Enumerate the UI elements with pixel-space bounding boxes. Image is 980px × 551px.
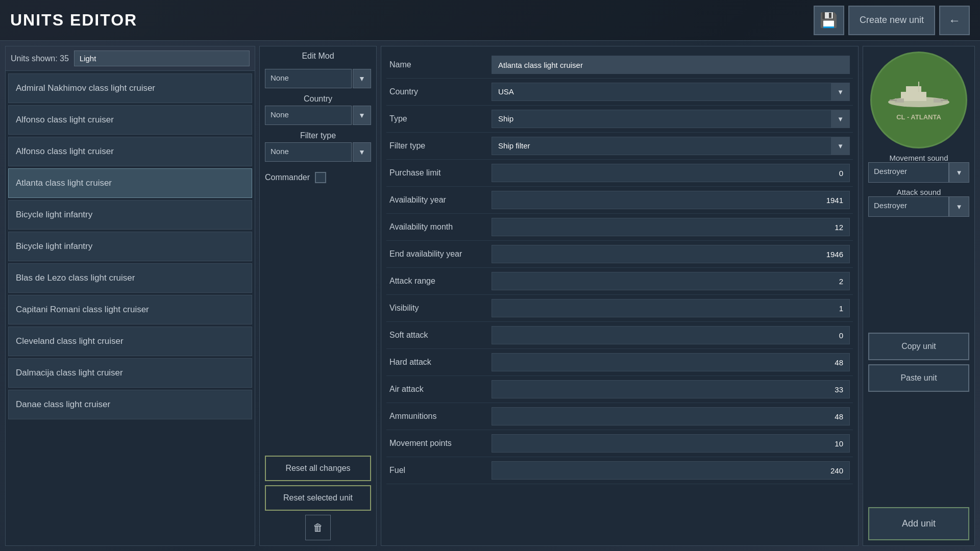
- movement-sound-section: Movement sound Destroyer ▼: [868, 154, 969, 183]
- movement-points-row: Movement points 10: [386, 430, 853, 457]
- air-attack-value[interactable]: 33: [492, 380, 850, 398]
- end-availability-year-row: End availability year 1946: [386, 241, 853, 268]
- save-button[interactable]: 💾: [814, 6, 844, 35]
- country-label: Country: [265, 94, 371, 104]
- ammunitions-row: Ammunitions 48: [386, 403, 853, 430]
- availability-month-value[interactable]: 12: [492, 218, 850, 236]
- commander-label: Commander: [265, 173, 310, 182]
- list-item[interactable]: Blas de Lezo class light cruiser: [8, 263, 252, 293]
- movement-points-value[interactable]: 10: [492, 434, 850, 453]
- details-panel: Name Atlanta class light cruiser Country…: [381, 46, 859, 546]
- back-button[interactable]: ←: [939, 6, 970, 35]
- paste-unit-button[interactable]: Paste unit: [868, 364, 969, 392]
- filter-type-detail-dropdown-button[interactable]: ▼: [831, 137, 850, 155]
- unit-preview-panel: CL - ATLANTA Movement sound Destroyer ▼ …: [863, 46, 975, 546]
- list-item[interactable]: Atlanta class light cruiser: [8, 168, 252, 198]
- create-unit-button[interactable]: Create new unit: [848, 6, 935, 35]
- add-unit-button[interactable]: Add unit: [868, 507, 969, 540]
- svg-rect-7: [941, 99, 948, 101]
- hard-attack-label: Hard attack: [389, 358, 492, 367]
- mod-dropdown-row: None ▼: [265, 69, 371, 88]
- movement-sound-dropdown-button[interactable]: ▼: [949, 162, 969, 183]
- list-item[interactable]: Cleveland class light cruiser: [8, 327, 252, 356]
- availability-year-value[interactable]: 1941: [492, 191, 850, 209]
- commander-checkbox[interactable]: [315, 172, 326, 183]
- purchase-limit-value[interactable]: 0: [492, 164, 850, 182]
- mod-dropdown-value: None: [265, 69, 352, 88]
- type-row: Type Ship ▼: [386, 106, 853, 133]
- mod-dropdown-container: None ▼: [265, 69, 371, 88]
- end-availability-year-value[interactable]: 1946: [492, 245, 850, 263]
- type-value: Ship: [492, 110, 831, 128]
- save-icon: 💾: [820, 12, 838, 29]
- attack-sound-value: Destroyer: [868, 196, 949, 217]
- filter-type-section: Filter type None ▼: [265, 131, 371, 162]
- country-dropdown-button[interactable]: ▼: [353, 106, 371, 125]
- list-item[interactable]: Bicycle light infantry: [8, 232, 252, 261]
- availability-month-label: Availability month: [389, 222, 492, 232]
- commander-row: Commander: [265, 168, 371, 187]
- country-detail-value: USA: [492, 83, 831, 101]
- reset-selected-button[interactable]: Reset selected unit: [265, 485, 371, 511]
- filter-type-dropdown-row: None ▼: [265, 142, 371, 162]
- unit-list-panel: Units shown: 35 Admiral Nakhimov class l…: [5, 46, 255, 546]
- mod-dropdown-button[interactable]: ▼: [353, 69, 371, 88]
- app-title: UNITS EDITOR: [10, 11, 137, 30]
- country-section: Country None ▼: [265, 94, 371, 125]
- filter-type-dropdown-value: None: [265, 142, 352, 162]
- filter-type-detail-label: Filter type: [389, 141, 492, 151]
- type-dropdown: Ship ▼: [492, 110, 850, 128]
- list-item[interactable]: Capitani Romani class light cruiser: [8, 295, 252, 324]
- availability-year-row: Availability year 1941: [386, 187, 853, 214]
- movement-points-label: Movement points: [389, 439, 492, 448]
- reset-all-button[interactable]: Reset all changes: [265, 456, 371, 481]
- availability-year-label: Availability year: [389, 195, 492, 205]
- filter-type-label: Filter type: [265, 131, 371, 140]
- attack-sound-section: Attack sound Destroyer ▼: [868, 188, 969, 217]
- name-label: Name: [389, 60, 492, 69]
- fuel-value[interactable]: 240: [492, 461, 850, 480]
- delete-button[interactable]: 🗑: [305, 515, 331, 540]
- list-item[interactable]: Alfonso class light cruiser: [8, 137, 252, 166]
- ammunitions-value[interactable]: 48: [492, 407, 850, 425]
- filter-type-dropdown-button[interactable]: ▼: [353, 142, 371, 162]
- header: UNITS EDITOR 💾 Create new unit ←: [0, 0, 980, 41]
- movement-sound-dropdown-row: Destroyer ▼: [868, 162, 969, 183]
- country-detail-dropdown-button[interactable]: ▼: [831, 83, 850, 101]
- copy-unit-button[interactable]: Copy unit: [868, 333, 969, 360]
- attack-sound-dropdown-button[interactable]: ▼: [949, 196, 969, 217]
- hard-attack-value[interactable]: 48: [492, 353, 850, 371]
- list-item[interactable]: Alfonso class light cruiser: [8, 105, 252, 135]
- edit-mod-label: Edit Mod: [265, 52, 371, 61]
- air-attack-label: Air attack: [389, 385, 492, 394]
- visibility-value[interactable]: 1: [492, 299, 850, 317]
- unit-image-inner: CL - ATLANTA: [886, 79, 952, 121]
- ship-silhouette: [886, 79, 952, 111]
- list-item[interactable]: Bicycle light infantry: [8, 200, 252, 230]
- country-detail-dropdown: USA ▼: [492, 83, 850, 101]
- availability-month-row: Availability month 12: [386, 214, 853, 241]
- ammunitions-label: Ammunitions: [389, 412, 492, 421]
- country-dropdown-row: None ▼: [265, 106, 371, 125]
- type-label: Type: [389, 114, 492, 123]
- list-item[interactable]: Dalmacija class light cruiser: [8, 358, 252, 388]
- name-value[interactable]: Atlanta class light cruiser: [492, 56, 850, 74]
- back-icon: ←: [948, 13, 961, 28]
- units-shown-label: Units shown: 35: [11, 54, 69, 63]
- movement-sound-label: Movement sound: [868, 154, 969, 162]
- attack-range-value[interactable]: 2: [492, 272, 850, 290]
- name-row: Name Atlanta class light cruiser: [386, 52, 853, 79]
- filter-type-row: Filter type Ship filter ▼: [386, 133, 853, 160]
- svg-rect-6: [890, 99, 897, 101]
- soft-attack-value[interactable]: 0: [492, 326, 850, 344]
- list-item[interactable]: Danae class light cruiser: [8, 390, 252, 419]
- attack-sound-label: Attack sound: [868, 188, 969, 196]
- soft-attack-label: Soft attack: [389, 331, 492, 340]
- fuel-label: Fuel: [389, 466, 492, 475]
- edit-mod-panel: Edit Mod None ▼ Country None ▼ Filter ty…: [259, 46, 377, 546]
- attack-range-label: Attack range: [389, 277, 492, 286]
- header-actions: 💾 Create new unit ←: [814, 6, 970, 35]
- type-dropdown-button[interactable]: ▼: [831, 110, 850, 128]
- search-input[interactable]: [74, 51, 250, 66]
- list-item[interactable]: Admiral Nakhimov class light cruiser: [8, 73, 252, 103]
